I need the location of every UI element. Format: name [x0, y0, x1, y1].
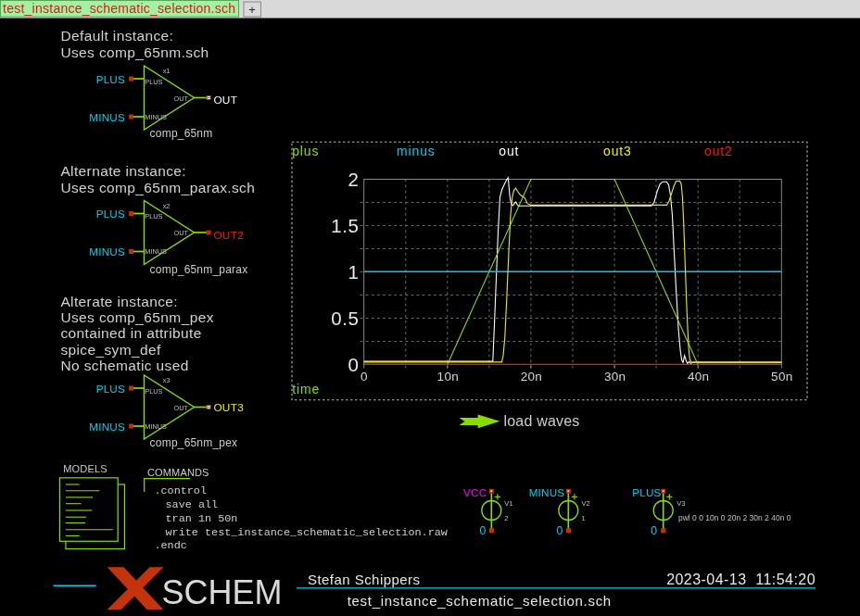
svg-text:plus: plus: [292, 144, 319, 158]
svg-text:save all: save all: [166, 498, 219, 511]
svg-text:V1: V1: [504, 499, 512, 508]
svg-text:SCHEM: SCHEM: [162, 573, 283, 611]
svg-text:V2: V2: [582, 499, 590, 508]
svg-text:40n: 40n: [688, 370, 709, 383]
svg-text:OUT3: OUT3: [213, 401, 244, 414]
svg-text:2: 2: [504, 514, 508, 522]
svg-text:Default instance:: Default instance:: [60, 28, 173, 44]
svg-text:0: 0: [360, 370, 368, 383]
svg-text:0.5: 0.5: [331, 308, 359, 329]
svg-text:MODELS: MODELS: [63, 463, 107, 474]
svg-text:out: out: [499, 144, 519, 158]
svg-text:0: 0: [557, 524, 563, 537]
svg-text:0: 0: [479, 524, 486, 537]
svg-text:minus: minus: [397, 144, 436, 158]
svg-text:out2: out2: [704, 144, 733, 158]
svg-text:time: time: [292, 382, 320, 396]
svg-text:contained in attribute: contained in attribute: [60, 325, 201, 341]
svg-text:No schematic used: No schematic used: [60, 358, 188, 373]
svg-text:test_instance_schematic_select: test_instance_schematic_selection.sch: [348, 593, 612, 609]
svg-text:Alternate instance:: Alternate instance:: [60, 163, 186, 179]
svg-text:1.5: 1.5: [331, 215, 359, 236]
svg-text:0: 0: [651, 524, 657, 537]
svg-text:pwl 0 0 10n 0 20n 2 30n 2 40n: pwl 0 0 10n 0 20n 2 30n 2 40n 0: [678, 513, 791, 522]
svg-text:30n: 30n: [604, 370, 626, 383]
svg-text:V3: V3: [677, 499, 685, 508]
svg-text:2: 2: [348, 169, 359, 190]
svg-text:1: 1: [582, 514, 586, 522]
svg-text:comp_65nm: comp_65nm: [150, 127, 213, 140]
svg-text:comp_65nm_parax: comp_65nm_parax: [150, 263, 248, 276]
svg-text:Uses comp_65nm_pex: Uses comp_65nm_pex: [60, 309, 213, 325]
svg-text:Uses comp_65nm_parax.sch: Uses comp_65nm_parax.sch: [60, 180, 255, 195]
svg-text:Alterate instance:: Alterate instance:: [60, 294, 178, 309]
svg-text:.endc: .endc: [154, 539, 186, 552]
svg-text:50n: 50n: [771, 370, 792, 383]
svg-text:test_instance_schematic_select: test_instance_schematic_selection.sch: [3, 1, 235, 16]
svg-text:tran 1n 50n: tran 1n 50n: [166, 512, 238, 525]
svg-text:1: 1: [348, 261, 359, 283]
svg-text:Uses comp_65nm.sch: Uses comp_65nm.sch: [60, 44, 209, 60]
svg-text:2023-04-13 11:54:20: 2023-04-13 11:54:20: [666, 572, 816, 587]
svg-text:COMMANDS: COMMANDS: [147, 467, 209, 478]
svg-text:PLUS: PLUS: [632, 486, 661, 498]
svg-text:OUT2: OUT2: [213, 229, 244, 242]
svg-text:0: 0: [348, 354, 359, 375]
svg-text:out3: out3: [603, 144, 632, 158]
svg-text:comp_65nm_pex: comp_65nm_pex: [150, 436, 238, 449]
svg-text:10n: 10n: [437, 370, 459, 383]
svg-text:x3: x3: [163, 376, 171, 384]
svg-text:+: +: [248, 3, 256, 17]
svg-text:MINUS: MINUS: [529, 486, 565, 498]
svg-text:x2: x2: [163, 202, 171, 210]
svg-text:OUT: OUT: [213, 94, 237, 107]
svg-text:Stefan Schippers: Stefan Schippers: [308, 572, 420, 587]
svg-text:write test_instance_schematic_: write test_instance_schematic_selection.…: [166, 526, 448, 539]
svg-text:load waves: load waves: [504, 413, 580, 429]
svg-text:.control: .control: [154, 484, 207, 497]
svg-text:VCC: VCC: [463, 486, 487, 498]
svg-text:x1: x1: [163, 67, 171, 75]
svg-text:spice_sym_def: spice_sym_def: [60, 342, 161, 358]
svg-text:20n: 20n: [521, 370, 542, 383]
